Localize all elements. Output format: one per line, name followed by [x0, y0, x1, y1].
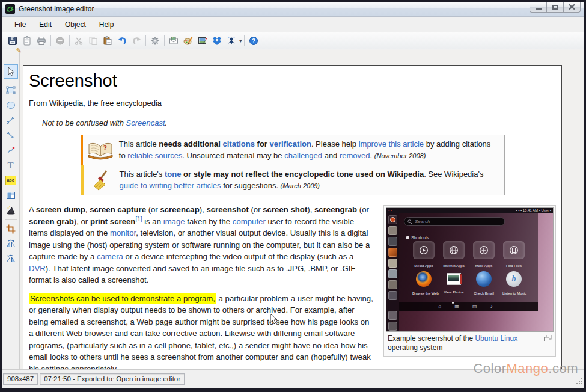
cut-button[interactable]	[72, 34, 86, 48]
image-dimensions: 908x487	[3, 373, 38, 385]
wiki-link[interactable]: reliable sources	[127, 151, 182, 160]
arrow-icon	[5, 130, 16, 141]
upload-dropbox-button[interactable]	[210, 34, 224, 48]
wiki-link[interactable]: Screencast	[126, 118, 165, 127]
app-check-email[interactable]: Check Email	[472, 271, 495, 300]
active-lens-dot	[452, 302, 454, 304]
paste-icon	[103, 36, 112, 46]
close-icon	[569, 4, 575, 10]
wiki-link[interactable]: Ubuntu Linux	[475, 334, 517, 343]
paste-button[interactable]	[100, 34, 115, 48]
help-button[interactable]: ?	[246, 34, 261, 48]
tile-media-apps[interactable]: Media Apps	[412, 241, 435, 272]
menu-edit[interactable]: Edit	[32, 18, 58, 31]
close-button[interactable]	[563, 2, 581, 13]
obfuscate-tool[interactable]	[4, 203, 18, 218]
upload-plugin-button[interactable]	[224, 34, 239, 48]
wiki-link[interactable]: tone	[165, 170, 181, 179]
tone-notice: This article's tone or style may not ref…	[81, 165, 505, 195]
crop-tool[interactable]	[4, 222, 18, 236]
window-controls	[530, 2, 581, 13]
effects-tool[interactable]	[4, 188, 18, 203]
wiki-link[interactable]: citations	[223, 139, 255, 149]
text-tool[interactable]: T	[4, 158, 18, 173]
save-button[interactable]	[5, 34, 20, 48]
wiki-link[interactable]: image	[163, 217, 185, 226]
rectangle-tool[interactable]	[4, 83, 18, 97]
launcher-item-icon	[388, 237, 397, 246]
ubuntu-search-bar[interactable]: Search	[404, 217, 505, 226]
ubuntu-logo-icon	[390, 217, 395, 222]
menu-help[interactable]: Help	[93, 18, 121, 31]
enlarge-icon[interactable]	[544, 335, 552, 344]
maximize-button[interactable]	[546, 2, 564, 13]
pointer-tool[interactable]	[4, 64, 18, 79]
rotate-counterclockwise-tool[interactable]	[4, 252, 18, 266]
rotate-cw-icon	[5, 239, 16, 250]
wiki-link[interactable]: challenged	[284, 151, 322, 160]
minimize-button[interactable]	[530, 2, 547, 13]
open-in-paint-button[interactable]	[181, 34, 195, 48]
effects-icon	[5, 190, 16, 201]
freehand-tool[interactable]	[4, 143, 18, 158]
launcher-item-icon	[388, 311, 397, 320]
wiki-link[interactable]: removed	[340, 151, 370, 160]
redo-button[interactable]	[129, 34, 144, 48]
highlight-icon: abc	[5, 176, 16, 185]
tile-find-files[interactable]: Find Files	[502, 241, 525, 272]
photos-icon	[447, 273, 461, 285]
editor-main: T abc ✎ Screenshot	[2, 50, 584, 369]
text-tool-icon: T	[7, 161, 13, 171]
ubuntu-topbar: ▪ ▪ ▪ ▪ ▪ 10:41 AM ▪ User ▪	[386, 208, 553, 213]
highlight-tool[interactable]: abc ✎	[4, 173, 18, 188]
undo-button[interactable]	[115, 34, 129, 48]
ellipse-tool[interactable]	[4, 98, 18, 112]
toolstrip-separator	[5, 219, 17, 220]
thumbnail-image[interactable]: ▪ ▪ ▪ ▪ ▪ 10:41 AM ▪ User ▪	[386, 207, 554, 332]
firefox-icon	[416, 271, 432, 287]
app-browse-web[interactable]: Browse the Web	[412, 271, 435, 300]
copy-button[interactable]	[86, 34, 100, 48]
titlebar[interactable]: Greenshot image editor	[2, 2, 584, 17]
wiki-link[interactable]: improve this article	[359, 139, 424, 149]
svg-text:?: ?	[251, 37, 255, 44]
copy-to-clipboard-button[interactable]	[20, 34, 34, 48]
open-in-image-editor-button[interactable]	[195, 34, 210, 48]
status-message: 07:21:50 - Exported to: Open in image ed…	[40, 373, 185, 385]
app-view-photos[interactable]: View Photos	[442, 271, 465, 300]
wiki-link[interactable]: DVR	[29, 264, 46, 273]
dash-app-icons: Browse the Web View Photos Check Email	[412, 271, 525, 300]
wiki-link[interactable]: [1]	[135, 215, 142, 222]
email-button[interactable]	[166, 34, 181, 48]
captured-image-canvas[interactable]: Screenshot From Wikipedia, the free ency…	[23, 65, 562, 369]
thumbnail-caption: Example screenshot of the Ubuntu Linux o…	[386, 332, 554, 354]
tile-internet-apps[interactable]: Internet Apps	[442, 241, 465, 272]
line-tool[interactable]	[4, 113, 18, 127]
menu-object[interactable]: Object	[58, 18, 93, 31]
launcher-item-icon	[388, 291, 397, 300]
print-button[interactable]	[34, 34, 49, 48]
ubuntu-screenshot: ▪ ▪ ▪ ▪ ▪ 10:41 AM ▪ User ▪	[386, 208, 553, 331]
settings-button[interactable]	[148, 34, 162, 48]
arrow-tool[interactable]	[4, 128, 18, 142]
obfuscate-icon	[5, 205, 16, 216]
wiki-link[interactable]: verification	[270, 139, 311, 149]
drawing-toolstrip: T abc ✎	[2, 50, 20, 369]
plugin-dropdown[interactable]: ▾	[239, 38, 242, 44]
tile-more-apps[interactable]: More Apps	[472, 241, 495, 272]
resize-grip[interactable]	[576, 376, 583, 387]
wiki-link[interactable]: monitor	[110, 228, 136, 237]
ubuntu-launcher	[386, 213, 399, 331]
notice-text: This article needs additional citations …	[118, 135, 504, 165]
rotate-clockwise-tool[interactable]	[4, 237, 18, 251]
window-title: Greenshot image editor	[19, 5, 94, 13]
greenshot-window: Greenshot image editor File Edit Object …	[0, 0, 586, 392]
app-listen-music[interactable]: b Listen to Music	[502, 271, 525, 300]
wiki-link[interactable]: camera	[97, 252, 123, 261]
wiki-link[interactable]: guide to writing better articles	[120, 181, 221, 190]
dash-category-tiles: Media Apps Internet Apps More Apps	[412, 241, 525, 272]
wiki-link[interactable]: computer	[233, 217, 266, 226]
toolbar-separator	[50, 35, 51, 46]
delete-button[interactable]	[53, 34, 67, 48]
menu-file[interactable]: File	[8, 18, 32, 31]
